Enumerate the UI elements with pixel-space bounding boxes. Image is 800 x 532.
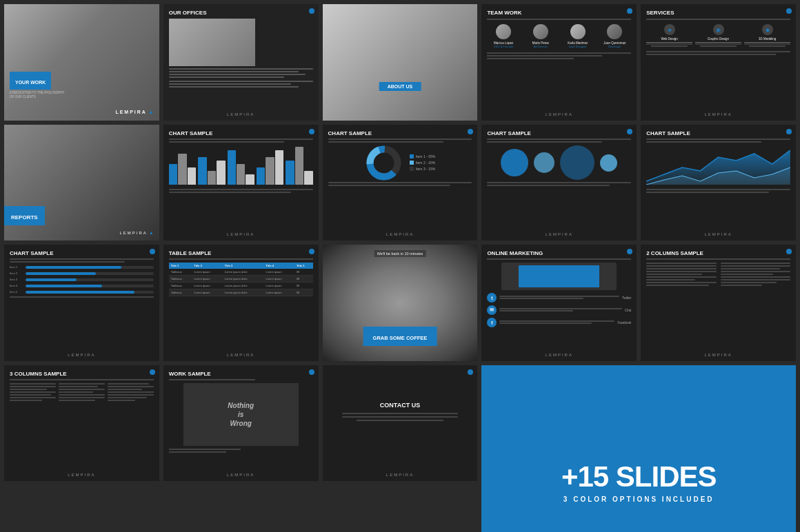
slide-number-dot xyxy=(468,369,473,375)
hbar-row: Item 3 xyxy=(10,278,154,281)
col-line xyxy=(646,271,716,272)
bar xyxy=(295,147,303,185)
social-label: Chat xyxy=(625,309,632,312)
social-lines xyxy=(499,320,614,325)
legend-item: Item 3 - 15% xyxy=(410,167,435,171)
lempira-icon: ▲ xyxy=(149,230,154,235)
slide-2columns[interactable]: 2 COLUMNS SAMPLE xyxy=(641,245,796,361)
service-desc xyxy=(695,42,741,43)
three-columns xyxy=(10,383,154,402)
slide-coffee[interactable]: We'll be back in 10 minutes GRAB SOME CO… xyxy=(323,245,478,361)
service-desc xyxy=(744,42,790,43)
slide-number-dot xyxy=(627,8,632,14)
column-3 xyxy=(108,383,154,402)
table-cell: Lorem ipsum xyxy=(263,283,294,289)
work-img-text: NothingisWrong xyxy=(228,401,254,428)
project-label-line xyxy=(169,379,255,380)
desc-line xyxy=(487,182,631,183)
slide-online-marketing[interactable]: ONLINE MARKETING t Twitter ✉ Chat xyxy=(481,245,637,361)
slide-chart-area[interactable]: CHART SAMPLE LEMPIRA xyxy=(641,125,796,241)
social-line xyxy=(499,298,583,299)
slide-chart-area-brand: LEMPIRA xyxy=(704,232,732,236)
desc-line xyxy=(646,141,761,143)
hbar-fill xyxy=(26,278,77,281)
service-desc2 xyxy=(744,44,790,45)
col-line xyxy=(108,386,154,387)
social-item-chat: ✉ Chat xyxy=(487,305,631,315)
team-member-4: Juan Queroman Developer xyxy=(599,24,632,48)
bar xyxy=(198,157,206,185)
slide-chart-hbar[interactable]: CHART SAMPLE Item 1 Item 2 Item 3 xyxy=(4,245,159,361)
text-line xyxy=(169,74,306,75)
slide-work-sample[interactable]: WORK SAMPLE NothingisWrong LEMPIRA xyxy=(163,365,319,482)
bar xyxy=(286,161,294,185)
table-cell: 00 xyxy=(294,289,313,296)
slide-3columns[interactable]: 3 COLUMNS SAMPLE xyxy=(4,365,159,482)
desc-line xyxy=(328,139,472,140)
slide-chart-donut[interactable]: CHART SAMPLE Item 1 - 65% Item 2 - 20% xyxy=(323,125,478,241)
table-cell: Lorem ipsum xyxy=(192,269,222,276)
slide-your-work-title: YOUR WORK xyxy=(15,80,46,85)
col-line xyxy=(108,397,147,398)
slide-chart-bar1[interactable]: CHART SAMPLE xyxy=(163,125,319,241)
hbar-fill xyxy=(26,291,134,294)
col-line xyxy=(59,389,105,390)
promo-big-text: +15 SLIDES xyxy=(561,462,717,491)
slide-services[interactable]: SERVICES ◈ Web Design ◉ Graphic Design ◆… xyxy=(641,4,796,121)
slide-our-offices[interactable]: OUR OFFICES LEMPIRA xyxy=(163,4,319,121)
table-row: Tableaux Lorem ipsum Lorem ipsum dolor L… xyxy=(169,276,313,283)
text-line xyxy=(487,52,631,54)
social-line xyxy=(499,323,592,324)
column-1 xyxy=(10,383,56,402)
chat-icon: ✉ xyxy=(487,305,497,315)
service-desc3 xyxy=(651,45,688,47)
col-line xyxy=(721,279,790,280)
bar xyxy=(246,174,254,185)
col-line xyxy=(10,394,51,396)
hbar-label: Item 4 xyxy=(10,284,23,287)
table-cell: Lorem ipsum xyxy=(263,276,294,283)
desc-line xyxy=(487,19,631,20)
slide-services-brand: LEMPIRA xyxy=(704,112,732,116)
slide-your-work[interactable]: YOUR WORK A DEDICATION TO THE PHILOSOPHY… xyxy=(4,4,159,121)
col-line xyxy=(646,285,709,286)
hbar-fill xyxy=(26,285,102,287)
slide-about-us[interactable]: ABOUT US LEMPIRA xyxy=(323,4,478,121)
service-item-web: ◈ Web Design xyxy=(646,24,692,47)
col-line xyxy=(59,391,93,393)
service-desc2 xyxy=(646,44,692,45)
social-items: t Twitter ✉ Chat f xyxy=(487,293,631,327)
avatar xyxy=(607,24,622,39)
slide-chart-bubble[interactable]: CHART SAMPLE LEMPIRA xyxy=(481,125,637,241)
slide-contact-us[interactable]: CONTACT US LEMPIRA xyxy=(323,365,478,482)
hbar-label: Item 5 xyxy=(10,290,23,294)
social-item-twitter: t Twitter xyxy=(487,293,631,303)
col-line xyxy=(108,394,154,396)
text-line xyxy=(169,451,227,453)
service-desc3 xyxy=(749,45,786,47)
slide-table-sample[interactable]: TABLE SAMPLE Title 1 Title 2 Title 3 Tit… xyxy=(163,245,319,361)
social-lines xyxy=(499,308,621,313)
slide-team-work[interactable]: TEAM WORK Marcus Lopez CEO & Founder Mar… xyxy=(481,4,637,121)
col-line xyxy=(108,391,154,393)
service-name: 3D Modeling xyxy=(759,37,776,41)
col-line xyxy=(10,400,42,401)
table-cell: Lorem ipsum xyxy=(192,283,222,289)
bubble xyxy=(600,154,617,172)
col-header: Title 2 xyxy=(192,263,222,269)
avatar xyxy=(533,24,548,39)
slide-number-dot xyxy=(786,8,792,14)
bar xyxy=(266,157,274,185)
bubble xyxy=(534,152,554,173)
two-columns xyxy=(646,263,790,287)
slide-contact-title: CONTACT US xyxy=(380,402,420,409)
hbar-track xyxy=(26,285,154,287)
bar-chart xyxy=(169,147,313,185)
slide-3col-brand: LEMPIRA xyxy=(68,473,95,477)
desc-line xyxy=(328,182,472,183)
slide-reports[interactable]: REPORTS LEMPIRA ▲ xyxy=(4,125,159,241)
desc-line xyxy=(646,192,768,193)
legend-color xyxy=(410,161,414,165)
slide-3col-title: 3 COLUMNS SAMPLE xyxy=(10,371,154,377)
col-line xyxy=(646,282,716,283)
